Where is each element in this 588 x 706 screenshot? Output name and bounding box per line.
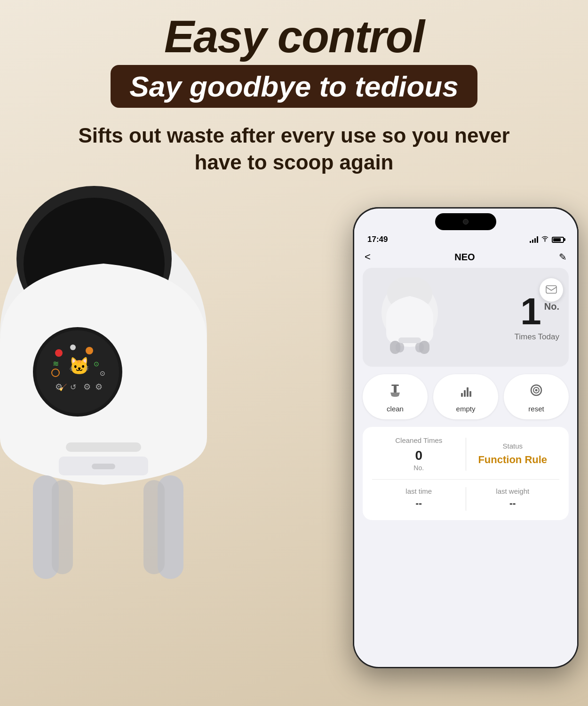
phone-frame: 17:49 bbox=[353, 207, 579, 668]
svg-point-42 bbox=[535, 389, 538, 392]
edit-button[interactable]: ✎ bbox=[559, 251, 567, 263]
svg-text:⊙: ⊙ bbox=[94, 360, 99, 368]
nav-bar: < NEO ✎ bbox=[354, 247, 577, 268]
svg-text:⚙: ⚙ bbox=[95, 382, 103, 392]
signal-icon bbox=[530, 236, 538, 243]
device-image-container: ≋ 🐱 ⊙ ⊙ ⚙ ↺ ⚙ ⚙ 🧹 bbox=[0, 155, 282, 650]
svg-point-12 bbox=[55, 349, 63, 357]
last-row: last time -- last weight -- bbox=[372, 487, 559, 511]
svg-text:≋: ≋ bbox=[53, 360, 59, 368]
device-svg: ≋ 🐱 ⊙ ⊙ ⚙ ↺ ⚙ ⚙ 🧹 bbox=[0, 155, 254, 579]
status-bar: 17:49 bbox=[354, 228, 577, 247]
status-time: 17:49 bbox=[367, 235, 388, 244]
svg-text:⚙: ⚙ bbox=[83, 382, 91, 392]
clean-button[interactable]: clean bbox=[363, 374, 428, 419]
svg-text:🐱: 🐱 bbox=[69, 356, 90, 376]
nav-title: NEO bbox=[454, 252, 475, 263]
svg-rect-6 bbox=[52, 480, 73, 574]
stats-section: Cleaned Times 0 No. Status Function Rule bbox=[363, 427, 569, 520]
svg-rect-31 bbox=[396, 342, 404, 353]
times-no-label: No. bbox=[544, 301, 559, 312]
svg-text:⊙: ⊙ bbox=[100, 369, 105, 377]
svg-text:↺: ↺ bbox=[70, 383, 76, 391]
clean-icon bbox=[388, 383, 403, 401]
svg-rect-3 bbox=[66, 442, 141, 452]
svg-rect-9 bbox=[92, 464, 115, 469]
svg-text:🧹: 🧹 bbox=[59, 384, 67, 392]
times-info: 1 No. Times Today bbox=[452, 293, 559, 342]
last-weight-col: last weight -- bbox=[466, 487, 560, 511]
empty-label: empty bbox=[456, 405, 476, 413]
device-in-phone-section: 1 No. Times Today bbox=[363, 268, 569, 367]
status-col: Status Function Rule bbox=[466, 442, 560, 466]
subtitle-text: Say goodbye to tedious bbox=[129, 70, 458, 103]
device-thumbnail bbox=[372, 277, 452, 357]
action-buttons: clean empty bbox=[363, 374, 569, 419]
svg-rect-38 bbox=[467, 387, 469, 397]
empty-button[interactable]: empty bbox=[433, 374, 498, 419]
reset-icon bbox=[529, 383, 544, 401]
last-weight-value: -- bbox=[466, 498, 560, 509]
svg-rect-25 bbox=[546, 286, 556, 293]
description-line2: have to scoop again bbox=[195, 151, 394, 174]
cleaned-times-unit: No. bbox=[372, 464, 466, 472]
times-today-label: Times Today bbox=[461, 332, 559, 342]
battery-icon bbox=[552, 237, 564, 243]
back-button[interactable]: < bbox=[365, 251, 371, 263]
stats-row-1: Cleaned Times 0 No. Status Function Rule bbox=[372, 436, 559, 472]
reset-label: reset bbox=[528, 405, 544, 413]
description-text: Sifts out waste after every use so you n… bbox=[0, 122, 588, 176]
status-value: Function Rule bbox=[466, 454, 560, 466]
main-title: Easy control bbox=[0, 14, 588, 59]
wifi-icon bbox=[541, 236, 549, 243]
last-time-label: last time bbox=[372, 487, 466, 495]
cleaned-times-col: Cleaned Times 0 No. bbox=[372, 436, 466, 472]
svg-point-13 bbox=[70, 345, 76, 350]
svg-rect-35 bbox=[394, 386, 397, 393]
subtitle-badge: Say goodbye to tedious bbox=[111, 65, 477, 108]
last-time-value: -- bbox=[372, 498, 466, 509]
svg-rect-36 bbox=[461, 393, 463, 397]
svg-rect-39 bbox=[469, 391, 471, 397]
phone-container: 17:49 bbox=[353, 207, 579, 668]
svg-rect-37 bbox=[464, 390, 466, 397]
message-button[interactable] bbox=[540, 278, 563, 302]
camera-dot bbox=[463, 219, 469, 225]
last-weight-label: last weight bbox=[466, 487, 560, 495]
svg-point-14 bbox=[86, 347, 93, 354]
clean-label: clean bbox=[387, 405, 404, 413]
svg-rect-33 bbox=[398, 337, 421, 343]
times-number: 1 bbox=[520, 293, 541, 330]
stats-divider-h bbox=[372, 479, 559, 480]
reset-button[interactable]: reset bbox=[504, 374, 569, 419]
cleaned-times-value: 0 bbox=[372, 448, 466, 463]
svg-rect-34 bbox=[391, 385, 399, 386]
empty-icon bbox=[458, 383, 473, 401]
last-time-col: last time -- bbox=[372, 487, 466, 511]
message-icon bbox=[546, 285, 557, 295]
dynamic-island bbox=[435, 213, 496, 230]
cleaned-times-label: Cleaned Times bbox=[372, 436, 466, 444]
phone-content: 1 No. Times Today bbox=[354, 268, 577, 665]
svg-rect-7 bbox=[143, 480, 165, 574]
status-label: Status bbox=[466, 442, 560, 450]
svg-rect-32 bbox=[415, 342, 424, 353]
description-line1: Sifts out waste after every use so you n… bbox=[78, 124, 509, 147]
top-text-section: Easy control Say goodbye to tedious Sift… bbox=[0, 14, 588, 176]
status-icons bbox=[530, 236, 564, 243]
phone-screen: 17:49 bbox=[354, 209, 577, 667]
